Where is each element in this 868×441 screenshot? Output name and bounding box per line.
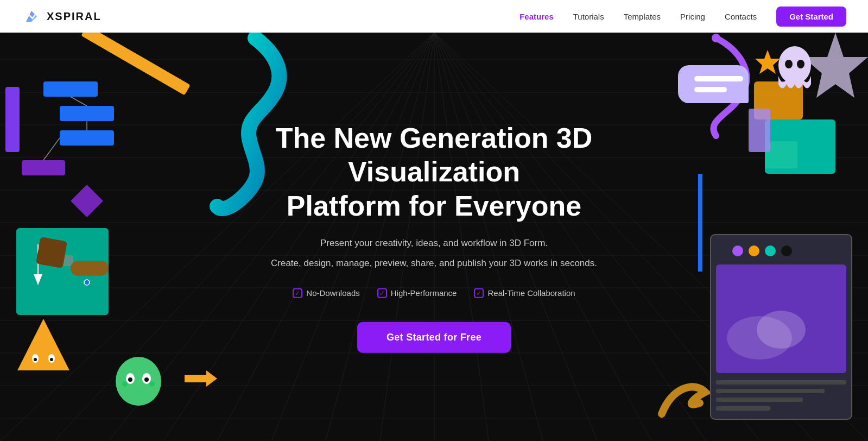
chat-line2 [694, 87, 727, 92]
check-icon-3: ✓ [474, 288, 484, 298]
svg-line-35 [43, 138, 60, 160]
svg-point-61 [749, 245, 759, 256]
device-mockup-deco [705, 229, 857, 425]
ghost-deco [776, 43, 814, 92]
svg-point-63 [781, 245, 792, 256]
logo-text: XSPIRAL [47, 10, 102, 23]
navbar: XSPIRAL Features Tutorials Templates Pri… [0, 0, 868, 33]
svg-point-45 [34, 358, 37, 361]
svg-point-58 [797, 60, 804, 68]
svg-rect-32 [22, 160, 65, 175]
badge-high-performance: ✓ High-Performance [377, 288, 457, 298]
svg-point-55 [712, 34, 720, 42]
svg-marker-71 [755, 50, 780, 74]
blue-bar-deco [698, 174, 702, 272]
svg-point-51 [144, 377, 149, 382]
brown-pill-deco [71, 261, 109, 276]
hero-title: The New Generation 3D Visualization Plat… [223, 121, 646, 223]
svg-line-33 [71, 97, 87, 106]
svg-rect-69 [716, 398, 803, 402]
svg-rect-67 [716, 380, 846, 385]
logo[interactable]: XSPIRAL [22, 7, 102, 26]
hero-badges: ✓ No-Downloads ✓ High-Performance ✓ Real… [223, 288, 646, 298]
chat-line1 [694, 76, 743, 81]
svg-rect-29 [43, 81, 98, 97]
nav-templates[interactable]: Templates [624, 12, 661, 21]
svg-marker-42 [17, 319, 69, 370]
nav-pricing[interactable]: Pricing [680, 12, 705, 21]
svg-point-50 [128, 377, 132, 382]
svg-rect-30 [60, 106, 114, 121]
hero-subtitle1: Present your creativity, ideas, and work… [223, 236, 646, 250]
svg-point-41 [84, 280, 90, 285]
svg-point-46 [50, 358, 53, 361]
blob-character-deco [114, 354, 163, 408]
svg-point-53 [149, 381, 155, 387]
nav-tutorials[interactable]: Tutorials [573, 12, 604, 21]
orange-swirl-deco [656, 376, 711, 419]
nav-features[interactable]: Features [519, 12, 554, 21]
svg-point-62 [765, 245, 776, 256]
get-started-free-button[interactable]: Get Started for Free [357, 322, 511, 352]
nav-cta-button[interactable]: Get Started [776, 7, 846, 27]
chat-bubble-deco [678, 65, 749, 103]
hero-section: The New Generation 3D Visualization Plat… [0, 33, 868, 441]
logo-icon [22, 7, 41, 26]
teal-rect-right-deco [765, 119, 835, 174]
badge-realtime-collab: ✓ Real-Time Collaboration [474, 288, 575, 298]
brown-square-deco [36, 237, 67, 268]
svg-marker-36 [71, 185, 103, 217]
triangle-character-deco [16, 316, 71, 376]
svg-point-57 [785, 60, 793, 68]
svg-rect-31 [60, 130, 114, 146]
hero-subtitle2: Create, design, manage, preview, share, … [223, 256, 646, 270]
check-icon-2: ✓ [377, 288, 387, 298]
nav-links: Features Tutorials Templates Pricing Con… [519, 7, 846, 27]
svg-rect-68 [716, 389, 825, 393]
hero-content: The New Generation 3D Visualization Plat… [223, 121, 646, 353]
check-icon-1: ✓ [293, 288, 302, 298]
svg-rect-70 [716, 406, 770, 411]
flowchart-deco [16, 76, 157, 326]
svg-point-52 [122, 381, 128, 387]
badge-no-downloads: ✓ No-Downloads [293, 288, 359, 298]
svg-point-60 [732, 245, 743, 256]
yellow-arrow-deco [185, 370, 217, 387]
svg-point-47 [116, 357, 161, 406]
star-deco [754, 49, 781, 76]
svg-marker-54 [185, 370, 217, 387]
svg-point-66 [757, 311, 806, 349]
nav-contacts[interactable]: Contacts [725, 12, 757, 21]
svg-point-56 [778, 46, 811, 84]
